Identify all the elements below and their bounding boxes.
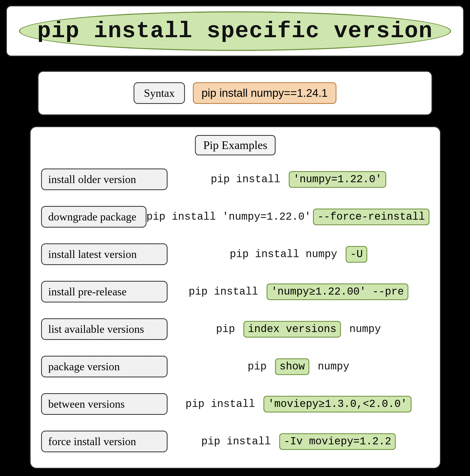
example-row: install latest versionpip install numpy … [41,243,429,265]
title-card: pip install specific version [6,5,464,57]
page-title: pip install specific version [37,18,433,44]
title-ellipse: pip install specific version [19,11,451,51]
example-command: pip install 'numpy≥1.22.00' --pre [168,283,429,300]
command-text: numpy [311,361,349,373]
command-highlight: 'numpy=1.22.0' [289,171,386,188]
command-highlight: index versions [243,321,341,338]
example-command: pip install 'numpy=1.22.0'--force-reinst… [146,209,429,225]
command-highlight: 'numpy≥1.22.00' --pre [267,283,408,300]
syntax-card: Syntax pip install numpy==1.24.1 [37,71,433,116]
example-row: between versionspip install 'moviepy≥1.3… [41,393,429,415]
example-label: force install version [41,431,168,452]
example-label: install older version [41,169,168,190]
example-row: package versionpip show numpy [41,356,429,377]
command-highlight: --force-reinstall [313,209,429,225]
command-text: pip install [189,286,265,298]
examples-title: Pip Examples [195,135,275,155]
command-highlight: show [275,358,309,375]
syntax-code: pip install numpy==1.24.1 [193,82,336,104]
example-row: force install versionpip install -Iv mov… [41,431,429,452]
command-text: pip [248,361,273,373]
command-highlight: -Iv moviepy=1.2.2 [279,433,396,450]
example-row: downgrade packagepip install 'numpy=1.22… [41,206,429,228]
examples-card: Pip Examples install older versionpip in… [30,126,441,469]
command-text: pip install 'numpy=1.22.0' [146,211,311,223]
command-text: pip install [185,398,261,410]
example-label: between versions [41,393,168,415]
example-row: list available versionspip index version… [41,318,429,340]
syntax-label: Syntax [134,82,185,104]
example-label: install pre-release [41,281,168,302]
example-command: pip show numpy [168,358,429,375]
command-text: pip install [211,174,287,185]
example-command: pip index versions numpy [168,321,429,338]
examples-list: install older versionpip install 'numpy=… [41,169,429,452]
command-text: pip install numpy [230,248,344,260]
example-row: install older versionpip install 'numpy=… [41,169,429,190]
command-highlight: 'moviepy≥1.3.0,<2.0.0' [263,396,412,412]
example-label: install latest version [41,243,168,265]
example-command: pip install 'numpy=1.22.0' [168,171,429,188]
example-row: install pre-releasepip install 'numpy≥1.… [41,281,429,302]
command-text: pip install [201,436,277,448]
example-command: pip install -Iv moviepy=1.2.2 [168,433,429,450]
example-label: package version [41,356,168,377]
command-text: pip [216,323,241,335]
command-highlight: -U [346,246,367,263]
example-command: pip install numpy -U [168,246,429,263]
example-command: pip install 'moviepy≥1.3.0,<2.0.0' [168,396,429,412]
command-text: numpy [343,323,381,335]
example-label: downgrade package [41,206,146,228]
examples-header: Pip Examples [41,135,429,155]
example-label: list available versions [41,318,168,340]
